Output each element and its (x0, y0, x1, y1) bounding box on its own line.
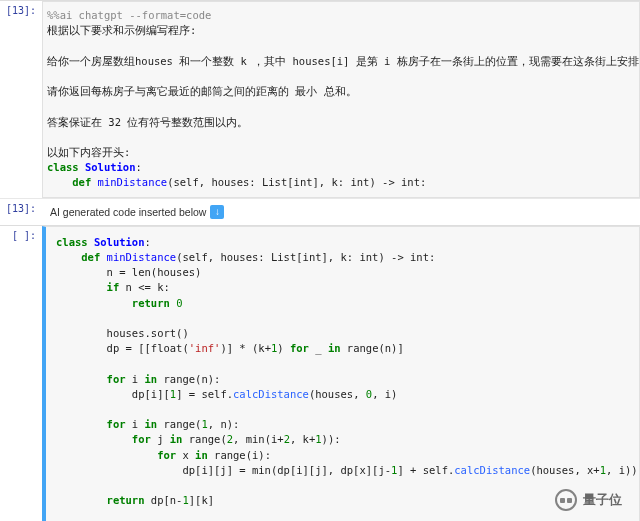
input-cell-body[interactable]: %%ai chatgpt --format=code 根据以下要求和示例编写程序… (42, 1, 640, 198)
output-cell-body: AI generated code inserted below ↓ (42, 199, 640, 225)
problem-description: 根据以下要求和示例编写程序: 给你一个房屋数组houses 和一个整数 k ，其… (47, 24, 640, 158)
watermark: 量子位 (555, 489, 622, 511)
watermark-text: 量子位 (583, 491, 622, 509)
code-cell-body[interactable]: class Solution: def minDistance(self, ho… (42, 226, 640, 521)
output-cell-13: [13]: AI generated code inserted below ↓ (0, 198, 640, 225)
ai-inserted-label: AI generated code inserted below (50, 206, 206, 218)
signature-snippet: class Solution: def minDistance(self, ho… (47, 161, 426, 188)
generated-code-content: class Solution: def minDistance(self, ho… (50, 231, 631, 521)
input-code-content: %%ai chatgpt --format=code 根据以下要求和示例编写程序… (47, 6, 631, 193)
cell-prompt: [13]: (0, 1, 42, 198)
ai-inserted-label-row: AI generated code inserted below ↓ (50, 205, 632, 219)
watermark-logo-icon (555, 489, 577, 511)
arrow-down-icon: ↓ (210, 205, 224, 219)
magic-command: %%ai chatgpt --format=code (47, 9, 211, 21)
cell-prompt: [13]: (0, 199, 42, 225)
code-cell-generated: [ ]: class Solution: def minDistance(sel… (0, 225, 640, 521)
cell-prompt: [ ]: (0, 226, 42, 521)
input-cell-13: [13]: %%ai chatgpt --format=code 根据以下要求和… (0, 0, 640, 198)
